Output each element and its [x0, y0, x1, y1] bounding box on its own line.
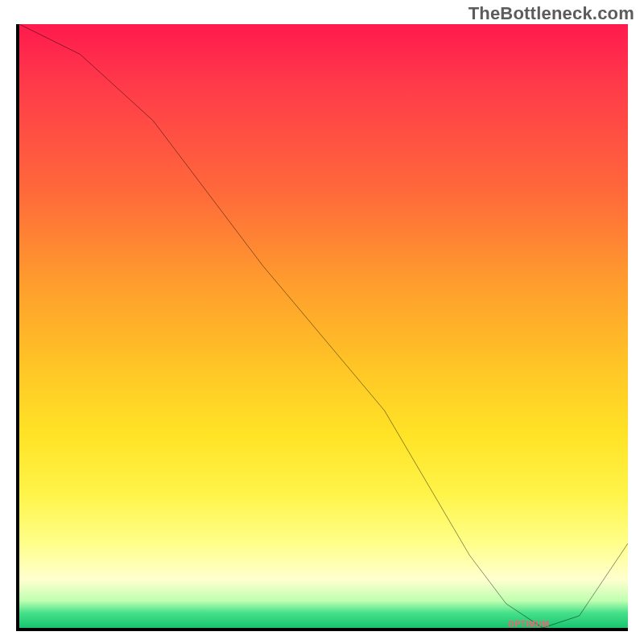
curve-path [19, 24, 628, 628]
optimum-label: OPTIMUM [508, 620, 549, 629]
line-series-svg [19, 24, 628, 628]
chart-container: TheBottleneck.com OPTIMUM [0, 0, 644, 644]
watermark-text: TheBottleneck.com [469, 3, 634, 24]
plot-area: OPTIMUM [16, 24, 628, 631]
